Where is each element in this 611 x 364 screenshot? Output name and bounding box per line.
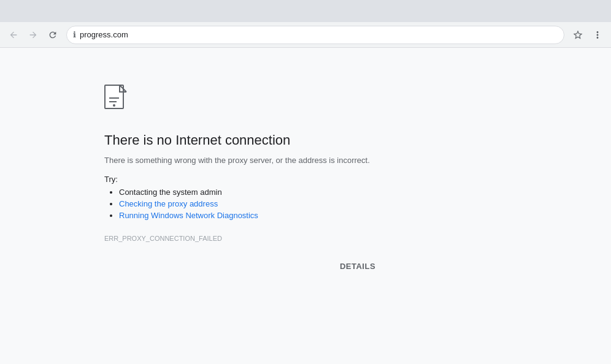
error-document-icon xyxy=(104,85,130,115)
address-bar-container: ℹ xyxy=(66,26,564,44)
details-button[interactable]: DETAILS xyxy=(104,262,611,271)
info-icon: ℹ xyxy=(73,30,76,39)
list-item[interactable]: Running Windows Network Diagnostics xyxy=(119,211,611,220)
suggestion-text-1: Contacting the system admin xyxy=(119,188,222,197)
error-code: ERR_PROXY_CONNECTION_FAILED xyxy=(104,235,611,242)
list-item: Contacting the system admin xyxy=(119,188,611,197)
tab-bar xyxy=(0,0,611,22)
list-item[interactable]: Checking the proxy address xyxy=(119,199,611,208)
try-label: Try: xyxy=(104,175,611,184)
browser-chrome: ℹ xyxy=(0,0,611,48)
check-proxy-link[interactable]: Checking the proxy address xyxy=(119,199,218,208)
chrome-menu-button[interactable] xyxy=(589,26,606,44)
error-title: There is no Internet connection xyxy=(104,132,611,148)
back-button[interactable] xyxy=(5,26,22,44)
toolbar: ℹ xyxy=(0,22,611,48)
error-icon-container xyxy=(104,85,611,118)
bookmark-button[interactable] xyxy=(569,26,586,44)
error-subtitle: There is something wrong with the proxy … xyxy=(104,156,611,165)
suggestions-list: Contacting the system admin Checking the… xyxy=(104,188,611,222)
run-diagnostics-link[interactable]: Running Windows Network Diagnostics xyxy=(119,211,258,220)
reload-button[interactable] xyxy=(44,26,61,44)
svg-point-3 xyxy=(113,104,115,107)
forward-button[interactable] xyxy=(25,26,42,44)
address-input[interactable] xyxy=(80,30,558,39)
error-page: There is no Internet connection There is… xyxy=(0,48,611,364)
